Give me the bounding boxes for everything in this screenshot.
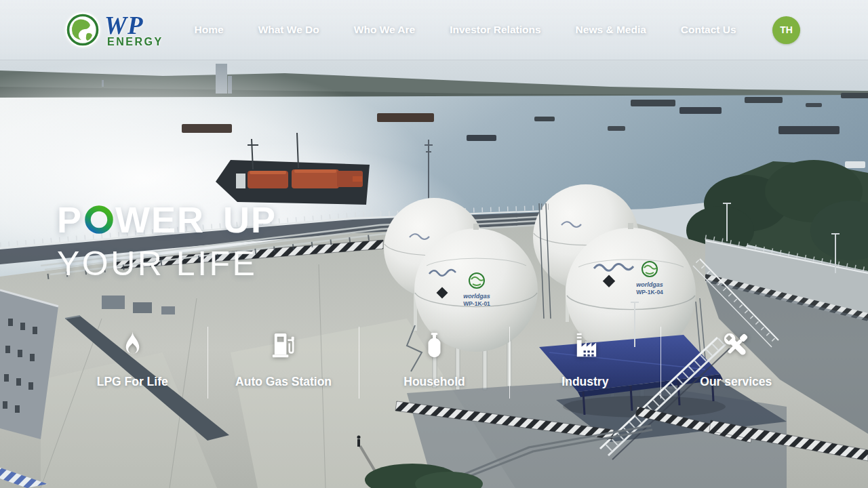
headline-line2: YOUR LIFE	[57, 244, 277, 283]
globe-icon	[65, 12, 100, 47]
svg-text:worldgas: worldgas	[463, 293, 490, 300]
brand-wordmark-sub: ENERGY	[107, 37, 163, 47]
nav-item-who-we-are[interactable]: Who We Are	[354, 24, 415, 36]
nav-item-contact-us[interactable]: Contact Us	[681, 24, 736, 36]
factory-icon	[569, 329, 601, 361]
svg-text:WP-1K-04: WP-1K-04	[636, 289, 663, 296]
category-auto-gas-station[interactable]: Auto Gas Station	[208, 327, 358, 399]
nav-item-home[interactable]: Home	[195, 24, 224, 36]
language-toggle-button[interactable]: TH	[772, 16, 800, 44]
headline-part3: UP	[223, 199, 277, 241]
category-bar: LPG For Life Auto Gas Station Household …	[57, 327, 811, 399]
category-industry[interactable]: Industry	[509, 327, 660, 399]
brand-wordmark: WP	[104, 13, 163, 38]
gas-cylinder-icon	[418, 329, 450, 361]
category-label: LPG For Life	[97, 375, 168, 389]
category-label: Our services	[700, 375, 772, 389]
category-label: Auto Gas Station	[235, 375, 332, 389]
category-household[interactable]: Household	[359, 327, 509, 399]
headline-part1: P	[57, 199, 83, 241]
flame-icon	[117, 329, 149, 361]
main-nav: Home What We Do Who We Are Investor Rela…	[195, 24, 736, 36]
gradient-ring-o-icon	[83, 204, 115, 235]
category-lpg-for-life[interactable]: LPG For Life	[57, 327, 208, 399]
category-label: Industry	[561, 375, 608, 389]
nav-item-what-we-do[interactable]: What We Do	[258, 24, 319, 36]
nav-item-news-media[interactable]: News & Media	[576, 24, 646, 36]
headline-line1: P WER UP	[57, 200, 277, 239]
nav-item-investor-relations[interactable]: Investor Relations	[450, 24, 540, 36]
hero-headline: P WER UP YOUR LIFE	[57, 200, 277, 283]
category-our-services[interactable]: Our services	[660, 327, 811, 399]
headline-part2: WER	[115, 199, 205, 241]
fuel-pump-icon	[268, 329, 300, 361]
tools-icon	[720, 329, 752, 361]
svg-text:WP-1K-01: WP-1K-01	[463, 300, 490, 307]
brand-logo[interactable]: WP ENERGY	[65, 12, 163, 47]
svg-text:worldgas: worldgas	[636, 281, 663, 288]
site-header: WP ENERGY Home What We Do Who We Are Inv…	[0, 0, 868, 60]
category-label: Household	[403, 375, 465, 389]
